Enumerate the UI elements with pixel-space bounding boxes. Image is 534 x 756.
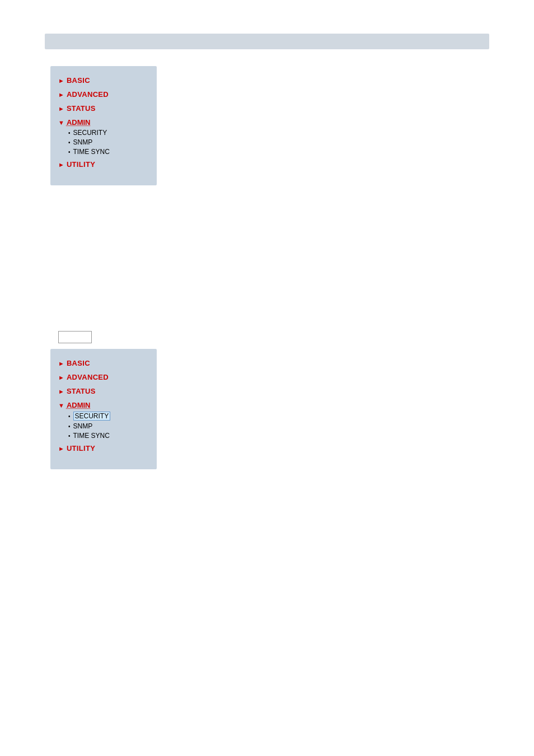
nav-item-status-1[interactable]: ► STATUS bbox=[58, 104, 149, 113]
sub-item-snmp-1[interactable]: • SNMP bbox=[68, 138, 149, 146]
basic-label-2: BASIC bbox=[67, 359, 90, 367]
sub-item-snmp-2[interactable]: • SNMP bbox=[68, 422, 149, 430]
security-label-2: SECURITY bbox=[73, 412, 111, 421]
status-arrow-2: ► bbox=[58, 388, 64, 395]
advanced-label-1: ADVANCED bbox=[67, 90, 109, 99]
utility-label-2: UTILITY bbox=[67, 444, 95, 452]
header-bar bbox=[45, 34, 489, 49]
admin-subitems-2: • SECURITY • SNMP • TIME SYNC bbox=[68, 412, 149, 440]
utility-arrow-1: ► bbox=[58, 161, 64, 168]
nav-item-basic-2[interactable]: ► BASIC bbox=[58, 359, 149, 367]
nav-item-advanced-2[interactable]: ► ADVANCED bbox=[58, 373, 149, 381]
input-field[interactable] bbox=[58, 331, 92, 343]
bullet-snmp-1: • bbox=[68, 139, 71, 146]
admin-label-2: ADMIN bbox=[67, 401, 91, 409]
admin-arrow-1: ▼ bbox=[58, 119, 64, 126]
bullet-snmp-2: • bbox=[68, 423, 71, 430]
nav-item-advanced-1[interactable]: ► ADVANCED bbox=[58, 90, 149, 99]
admin-arrow-2: ▼ bbox=[58, 402, 64, 409]
sub-item-timesync-1[interactable]: • TIME SYNC bbox=[68, 148, 149, 156]
nav-item-utility-1[interactable]: ► UTILITY bbox=[58, 160, 149, 169]
bullet-timesync-1: • bbox=[68, 149, 71, 155]
bullet-security-1: • bbox=[68, 130, 71, 136]
basic-arrow-1: ► bbox=[58, 77, 64, 84]
advanced-label-2: ADVANCED bbox=[67, 373, 109, 381]
bullet-timesync-2: • bbox=[68, 433, 71, 439]
status-label-1: STATUS bbox=[67, 104, 96, 113]
snmp-label-1: SNMP bbox=[73, 138, 93, 146]
sub-item-timesync-2[interactable]: • TIME SYNC bbox=[68, 432, 149, 440]
sub-item-security-1[interactable]: • SECURITY bbox=[68, 129, 149, 137]
basic-label-1: BASIC bbox=[67, 76, 90, 85]
utility-arrow-2: ► bbox=[58, 445, 64, 452]
second-section: ► BASIC ► ADVANCED ► STATUS ▼ ADMIN • SE… bbox=[50, 331, 534, 469]
security-label-1: SECURITY bbox=[73, 129, 107, 137]
nav-item-admin-2[interactable]: ▼ ADMIN bbox=[58, 401, 149, 409]
nav-item-status-2[interactable]: ► STATUS bbox=[58, 387, 149, 395]
nav-item-utility-2[interactable]: ► UTILITY bbox=[58, 444, 149, 452]
advanced-arrow-2: ► bbox=[58, 374, 64, 381]
sub-item-security-2[interactable]: • SECURITY bbox=[68, 412, 149, 421]
basic-arrow-2: ► bbox=[58, 360, 64, 367]
timesync-label-2: TIME SYNC bbox=[73, 432, 110, 440]
snmp-label-2: SNMP bbox=[73, 422, 93, 430]
bullet-security-2: • bbox=[68, 413, 71, 419]
admin-label-1: ADMIN bbox=[67, 118, 91, 127]
status-label-2: STATUS bbox=[67, 387, 96, 395]
nav-item-basic-1[interactable]: ► BASIC bbox=[58, 76, 149, 85]
advanced-arrow-1: ► bbox=[58, 91, 64, 98]
status-arrow-1: ► bbox=[58, 105, 64, 112]
utility-label-1: UTILITY bbox=[67, 160, 95, 169]
admin-subitems-1: • SECURITY • SNMP • TIME SYNC bbox=[68, 129, 149, 156]
timesync-label-1: TIME SYNC bbox=[73, 148, 110, 156]
nav-panel-2: ► BASIC ► ADVANCED ► STATUS ▼ ADMIN • SE… bbox=[50, 349, 157, 469]
nav-item-admin-1[interactable]: ▼ ADMIN bbox=[58, 118, 149, 127]
nav-panel-1: ► BASIC ► ADVANCED ► STATUS ▼ ADMIN • SE… bbox=[50, 66, 157, 185]
